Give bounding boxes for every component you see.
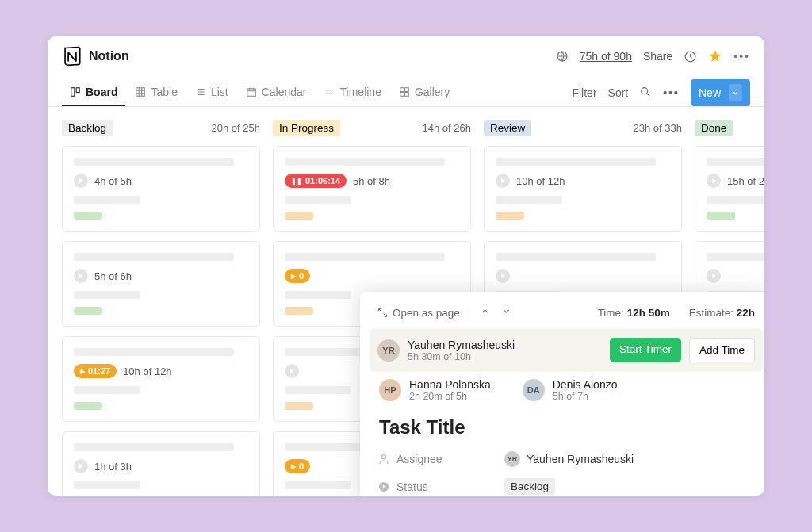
prev-task-button[interactable] [478, 304, 492, 320]
play-icon [79, 274, 83, 278]
play-icon [712, 178, 716, 183]
skeleton-line [496, 158, 656, 166]
timer-pill[interactable]: ▶0 [285, 269, 310, 283]
card-tag [496, 212, 524, 220]
play-icon [290, 369, 294, 373]
search-icon[interactable] [639, 86, 652, 101]
column-title[interactable]: Done [695, 120, 733, 136]
new-button[interactable]: New [691, 79, 750, 106]
user-name: Yauhen Rymasheuski [408, 339, 515, 351]
play-button[interactable] [707, 269, 721, 283]
card-time-row [707, 269, 764, 283]
tab-label: Gallery [415, 86, 450, 98]
tab-board[interactable]: Board [62, 79, 125, 106]
timer-pill[interactable]: ▶0 [285, 459, 310, 473]
skeleton-line [74, 386, 140, 394]
task-title[interactable]: Task Title [379, 416, 755, 438]
skeleton-line [707, 196, 764, 204]
play-icon: ▶ [291, 273, 296, 280]
svg-rect-5 [247, 89, 255, 96]
play-icon [79, 178, 83, 183]
status-tag: Backlog [504, 478, 555, 495]
skeleton-line [285, 291, 351, 299]
play-button[interactable] [74, 269, 88, 283]
prop-label-text: Assignee [396, 453, 442, 465]
open-as-page-button[interactable]: Open as page [377, 307, 460, 319]
globe-icon[interactable] [556, 50, 569, 63]
user-name: Denis Alonzo [553, 378, 618, 391]
column-title[interactable]: Review [484, 120, 531, 136]
main-user-row: YR Yauhen Rymasheuski 5h 30m of 10h Star… [370, 328, 763, 372]
filter-button[interactable]: Filter [572, 86, 596, 99]
skeleton-line [707, 158, 764, 166]
play-icon [79, 464, 83, 469]
task-card[interactable]: 4h of 5h [62, 146, 260, 232]
column-title[interactable]: Backlog [62, 120, 113, 136]
prop-status[interactable]: Status Backlog [377, 478, 755, 495]
tab-label: Timeline [340, 86, 381, 98]
sort-button[interactable]: Sort [608, 86, 629, 99]
task-card[interactable]: 15h of 20h [695, 146, 764, 232]
card-tag [707, 212, 735, 220]
card-time-text: 15h of 20h [727, 175, 764, 187]
tab-calendar[interactable]: Calendar [238, 79, 315, 106]
card-time-row: ▶01:2710h of 12h [74, 364, 248, 378]
play-icon [712, 274, 716, 278]
next-task-button[interactable] [500, 304, 513, 320]
play-button[interactable] [707, 174, 721, 188]
pill-time: 01:27 [88, 366, 110, 376]
task-card[interactable]: ❚❚01:06:145h of 8h [273, 146, 471, 232]
tab-list[interactable]: List [187, 79, 236, 106]
svg-rect-9 [405, 93, 409, 97]
skeleton-line [285, 196, 351, 204]
add-time-button[interactable]: Add Time [689, 338, 755, 362]
time-budget[interactable]: 75h of 90h [580, 50, 632, 63]
column-title[interactable]: In Progress [273, 120, 340, 136]
user-time: 5h 30m of 10h [408, 351, 515, 362]
avatar: DA [523, 379, 545, 401]
play-button[interactable] [74, 459, 88, 473]
card-time-row: 4h of 5h [74, 174, 248, 188]
card-tag [74, 212, 102, 220]
skeleton-line [496, 253, 656, 261]
tab-table[interactable]: Table [127, 79, 185, 106]
card-time-text: 10h of 12h [123, 366, 171, 377]
pill-time: 0 [299, 461, 304, 471]
sub-user-row: HP Hanna Polanska 2h 20m of 5h [379, 378, 491, 402]
play-button[interactable] [74, 174, 88, 188]
star-icon[interactable] [708, 49, 722, 63]
task-card[interactable]: 5h of 6h [62, 241, 260, 327]
more-icon[interactable]: ••• [733, 50, 750, 63]
svg-rect-8 [400, 93, 404, 97]
task-card[interactable]: ▶01:2710h of 12h [62, 336, 260, 422]
skeleton-line [285, 386, 351, 394]
share-button[interactable]: Share [643, 50, 672, 63]
task-card[interactable]: 1h of 3h [62, 431, 260, 496]
play-button[interactable] [496, 174, 510, 188]
tab-gallery[interactable]: Gallery [391, 79, 458, 106]
svg-rect-6 [400, 88, 404, 92]
skeleton-line [285, 481, 351, 489]
start-timer-button[interactable]: Start Timer [610, 338, 681, 362]
clock-icon[interactable] [684, 50, 697, 63]
sub-user-row: DA Denis Alonzo 5h of 7h [523, 378, 618, 402]
tab-label: List [211, 86, 228, 98]
task-card[interactable]: 10h of 12h [484, 146, 682, 232]
timer-pill[interactable]: ❚❚01:06:14 [285, 174, 347, 188]
card-time-text: 5h of 8h [353, 175, 390, 187]
play-button[interactable] [496, 269, 510, 283]
card-time-row [496, 269, 670, 283]
skeleton-line [496, 196, 562, 204]
play-button[interactable] [285, 364, 299, 378]
view-more-icon[interactable]: ••• [663, 86, 680, 99]
estimate-meta: Estimate: 22h [689, 307, 755, 319]
card-tag [285, 212, 313, 220]
prop-assignee[interactable]: Assignee YR Yauhen Rymasheuski [377, 451, 755, 467]
avatar: YR [504, 451, 520, 467]
skeleton-line [285, 253, 445, 261]
timer-pill[interactable]: ▶01:27 [74, 364, 117, 378]
play-icon: ▶ [80, 368, 85, 375]
tab-timeline[interactable]: Timeline [316, 79, 389, 106]
avatar: HP [379, 379, 401, 401]
card-time-text: 10h of 12h [516, 175, 565, 187]
